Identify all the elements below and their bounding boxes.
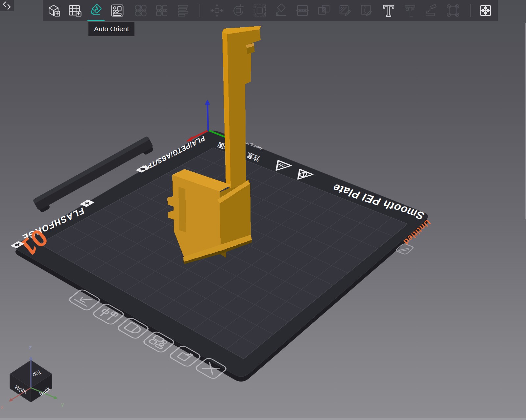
axis-x-arrow <box>186 136 192 141</box>
scale-button <box>251 1 268 20</box>
rotate-icon <box>231 3 246 18</box>
right-scrollbar[interactable] <box>525 23 526 219</box>
split-objects-icon <box>133 3 148 18</box>
toolbar-separator <box>200 4 200 17</box>
scale-icon <box>252 3 267 18</box>
chevrons-icon <box>2 1 12 11</box>
rotate-button <box>230 1 247 20</box>
cut-button <box>294 1 311 20</box>
calibration-icon <box>478 3 493 18</box>
mesh-boolean-button <box>315 1 332 20</box>
collapse-panel-button[interactable] <box>0 0 14 11</box>
add-plate-icon <box>67 3 83 18</box>
navigation-cube[interactable]: Top Right Back z x y <box>1 344 64 410</box>
mesh-boolean-icon <box>316 3 331 18</box>
assembly-view-icon <box>176 3 191 18</box>
lay-flat-icon <box>274 3 289 18</box>
seam-icon <box>359 3 374 18</box>
split-parts-button <box>153 1 170 20</box>
add-model-button[interactable] <box>45 1 62 20</box>
measure-icon <box>402 3 418 18</box>
split-parts-icon <box>154 3 169 18</box>
navcube-axis-x-label: x <box>1 404 4 410</box>
window-bottom-edge <box>0 418 526 420</box>
auto-orient-icon <box>88 3 104 18</box>
assembly-view-button <box>175 1 192 20</box>
split-objects-button <box>132 1 149 20</box>
paint-icon <box>338 3 353 18</box>
toolbar-separator <box>470 4 471 17</box>
add-model-icon <box>46 3 61 18</box>
arrange-icon <box>110 3 125 18</box>
auto-orient-button[interactable] <box>87 1 105 20</box>
text-button[interactable] <box>380 1 397 20</box>
main-toolbar <box>43 0 498 21</box>
tooltip: Auto Orient <box>88 22 134 36</box>
move-icon <box>209 3 225 18</box>
move-button <box>208 1 226 20</box>
cut-icon <box>295 3 310 18</box>
fixture-button <box>444 1 462 20</box>
seam-button <box>358 1 375 20</box>
supports-button <box>423 1 440 20</box>
arrange-button[interactable] <box>109 1 126 20</box>
text-icon <box>381 3 396 18</box>
navcube-axis-y-label: y <box>61 401 64 408</box>
measure-button <box>401 1 418 20</box>
axis-z-line <box>207 103 208 130</box>
paint-button <box>337 1 354 20</box>
supports-icon <box>424 3 439 18</box>
add-plate-button[interactable] <box>66 1 84 20</box>
fixture-icon <box>445 3 461 18</box>
axis-z-arrow <box>205 100 210 105</box>
calibration-button[interactable] <box>477 1 494 20</box>
lay-flat-button <box>273 1 290 20</box>
viewport-3d[interactable]: FLASHFORGE PLA/PETG/ABS/TPU Smooth PEI P… <box>0 0 526 420</box>
active-tool-underline <box>87 20 105 21</box>
navcube-axis-z-label: z <box>29 344 32 351</box>
